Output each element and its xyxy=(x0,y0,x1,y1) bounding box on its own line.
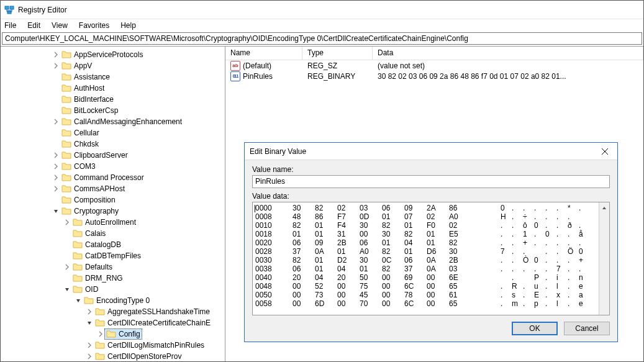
hex-byte[interactable]: 30 xyxy=(360,221,382,230)
hex-ascii[interactable]: e xyxy=(579,282,590,291)
tree-item-label[interactable]: Composition xyxy=(60,195,117,205)
hex-byte[interactable]: 6C xyxy=(404,282,427,291)
hex-byte[interactable]: 01 xyxy=(404,221,427,230)
hex-ascii[interactable]: . xyxy=(545,204,556,212)
tree-item[interactable]: Calais xyxy=(1,228,225,239)
tree-item[interactable]: AutoEnrollment xyxy=(1,217,225,228)
hex-byte[interactable]: 82 xyxy=(382,221,404,230)
value-name-input[interactable]: PinRules xyxy=(252,175,610,188)
hex-row[interactable]: 0058006D0070006C0065.m.p.l.e xyxy=(255,299,596,308)
hex-byte[interactable]: 04 xyxy=(337,265,360,273)
hex-ascii[interactable]: . xyxy=(501,299,512,308)
tree-item[interactable]: AppServiceProtocols xyxy=(1,49,225,60)
hex-ascii[interactable]: . xyxy=(568,282,579,291)
chevron-down-icon[interactable] xyxy=(74,297,83,304)
hex-byte[interactable]: 2A xyxy=(427,204,449,212)
hex-ascii[interactable]: 0 xyxy=(579,247,590,256)
tree-item[interactable]: Config xyxy=(1,328,225,340)
hex-ascii[interactable]: n xyxy=(579,273,590,282)
tree-item[interactable]: Cryptography xyxy=(1,206,225,217)
hex-byte[interactable]: 73 xyxy=(315,291,337,299)
hex-byte[interactable]: 45 xyxy=(360,291,382,299)
chevron-right-icon[interactable] xyxy=(85,353,94,360)
hex-byte[interactable]: 0A xyxy=(427,265,449,273)
tree-item[interactable]: ClipboardServer xyxy=(1,150,225,161)
tree-item-label[interactable]: CallAndMessagingEnhancement xyxy=(60,117,183,127)
hex-ascii[interactable]: . xyxy=(579,238,590,247)
hex-row[interactable]: 0040200420500069006E . P.i.n xyxy=(255,273,596,282)
hex-byte[interactable]: 78 xyxy=(404,291,427,299)
hex-byte[interactable]: 00 xyxy=(337,282,360,291)
tree-item-label[interactable]: Assistance xyxy=(60,72,111,82)
hex-ascii[interactable]: . xyxy=(579,204,590,212)
chevron-right-icon[interactable] xyxy=(52,52,60,58)
tree-item-label[interactable]: COM3 xyxy=(60,161,97,171)
chevron-right-icon[interactable] xyxy=(96,331,105,337)
hex-ascii[interactable]: . xyxy=(545,238,556,247)
hex-ascii[interactable]: R xyxy=(512,282,523,291)
chevron-right-icon[interactable] xyxy=(52,174,60,181)
hex-byte[interactable]: 02 xyxy=(427,212,449,221)
hex-ascii[interactable]: P xyxy=(534,273,545,282)
hex-byte[interactable]: 00 xyxy=(293,291,315,299)
hex-ascii[interactable]: 7 xyxy=(556,265,568,273)
hex-byte[interactable]: 48 xyxy=(293,212,315,221)
hex-byte[interactable]: 00 xyxy=(382,299,404,308)
menu-favorites[interactable]: Favorites xyxy=(79,21,109,30)
hex-ascii[interactable]: . xyxy=(512,221,523,230)
tree-item[interactable]: CatalogDB xyxy=(1,239,225,250)
hex-byte[interactable]: 30 xyxy=(360,256,382,265)
hex-ascii[interactable]: * xyxy=(568,204,579,212)
hexbox-scrollbar[interactable] xyxy=(599,202,609,315)
hex-byte[interactable]: 02 xyxy=(449,221,471,230)
hex-ascii[interactable]: e xyxy=(579,299,590,308)
table-row[interactable]: ab(Default)REG_SZ(value not set) xyxy=(225,60,643,71)
hex-ascii[interactable]: . xyxy=(501,221,512,230)
hex-byte[interactable]: 65 xyxy=(449,282,471,291)
tree-item[interactable]: CatDBTempFiles xyxy=(1,250,225,261)
hex-row[interactable]: 00308201D2300C060A2B..Ò0...+ xyxy=(255,256,596,265)
hex-ascii[interactable]: . xyxy=(501,282,512,291)
hex-ascii[interactable]: . xyxy=(534,204,545,212)
tree-item[interactable]: BitLockerCsp xyxy=(1,105,225,116)
tree-item-label[interactable]: Chkdsk xyxy=(60,139,100,149)
hex-byte[interactable]: 82 xyxy=(315,204,337,212)
scroll-down-icon[interactable] xyxy=(599,304,609,315)
hex-byte[interactable]: 06 xyxy=(382,204,404,212)
hex-ascii[interactable]: . xyxy=(568,265,579,273)
hex-byte[interactable]: 65 xyxy=(449,299,471,308)
hex-ascii[interactable]: m xyxy=(512,299,523,308)
hex-byte[interactable]: 00 xyxy=(427,299,449,308)
hex-ascii[interactable]: . xyxy=(545,221,556,230)
hex-byte[interactable]: 20 xyxy=(293,273,315,282)
hex-ascii[interactable]: . xyxy=(545,291,556,299)
hex-ascii[interactable]: . xyxy=(534,238,545,247)
list-header[interactable]: Name Type Data xyxy=(225,47,643,60)
tree-item-label[interactable]: CertDllLogMismatchPinRules xyxy=(94,340,206,350)
hex-byte[interactable]: 00 xyxy=(293,282,315,291)
hex-ascii[interactable]: H xyxy=(501,212,512,221)
hex-byte[interactable]: F4 xyxy=(337,221,360,230)
tree-item-label[interactable]: OID xyxy=(71,284,99,294)
hex-byte[interactable]: A0 xyxy=(449,212,471,221)
hex-row[interactable]: 001801013100308201E5..1.0..å xyxy=(255,230,596,238)
chevron-down-icon[interactable] xyxy=(63,286,71,292)
hex-byte[interactable]: 82 xyxy=(293,256,315,265)
tree-item[interactable]: CallAndMessagingEnhancement xyxy=(1,116,225,127)
hex-ascii[interactable]: . xyxy=(556,256,568,265)
tree-item-label[interactable]: CertDllOpenStoreProv xyxy=(94,351,183,361)
menu-help[interactable]: Help xyxy=(120,21,136,30)
hex-byte[interactable]: E5 xyxy=(449,230,471,238)
hex-ascii[interactable]: + xyxy=(579,256,590,265)
tree-item-label[interactable]: AutoEnrollment xyxy=(71,217,137,227)
hex-byte[interactable]: 31 xyxy=(337,230,360,238)
hex-ascii[interactable]: . xyxy=(545,247,556,256)
hex-ascii[interactable]: . xyxy=(523,291,534,299)
hex-byte[interactable]: 00 xyxy=(293,299,315,308)
menu-view[interactable]: View xyxy=(52,21,68,30)
tree-item-label[interactable]: CatDBTempFiles xyxy=(71,251,142,261)
hex-byte[interactable]: 20 xyxy=(337,273,360,282)
hex-ascii[interactable]: . xyxy=(568,291,579,299)
hex-ascii[interactable]: . xyxy=(534,230,545,238)
hex-byte[interactable]: 75 xyxy=(360,282,382,291)
